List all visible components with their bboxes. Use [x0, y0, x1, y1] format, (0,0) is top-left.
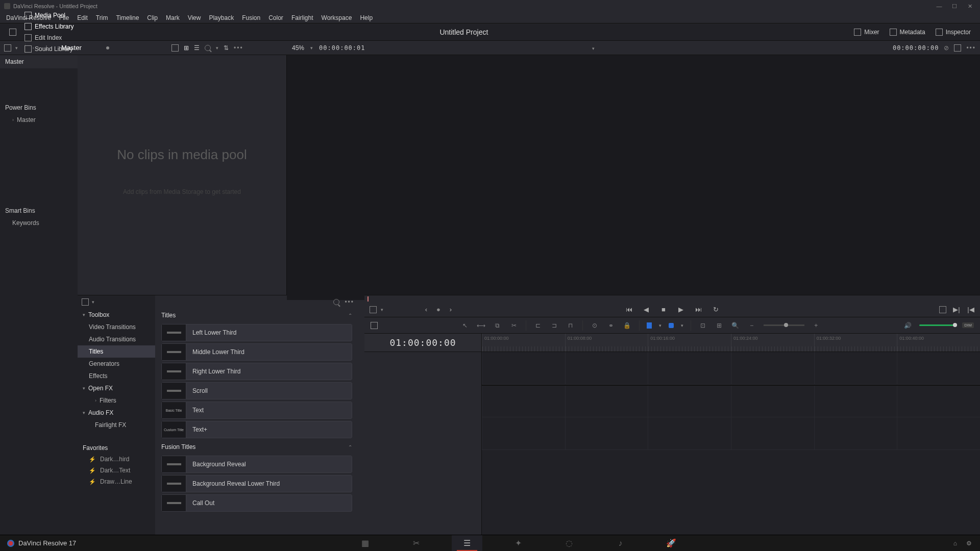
thumbnail-view-button[interactable]	[172, 44, 179, 52]
stop-button[interactable]: ■	[659, 306, 668, 314]
ruler-segment[interactable]: 01:00:16:00	[648, 334, 731, 352]
dynamic-trim-tool[interactable]: ⧉	[493, 321, 502, 330]
page-tab-fairlight[interactable]: ♪	[605, 535, 635, 551]
go-out-button[interactable]: |◀	[967, 306, 975, 314]
audiofx-header[interactable]: ▾Audio FX	[78, 407, 155, 419]
options-menu-button[interactable]: •••	[234, 44, 243, 52]
dim-button[interactable]: DIM	[962, 322, 974, 328]
panel-toggle-icon[interactable]	[82, 298, 89, 306]
chevron-down-icon[interactable]: ▾	[681, 323, 683, 328]
chevron-down-icon[interactable]: ▾	[381, 307, 383, 312]
close-button[interactable]: ✕	[967, 3, 973, 9]
viewer-zoom[interactable]: 45%	[292, 44, 304, 52]
ruler-segment[interactable]: 01:00:32:00	[814, 334, 897, 352]
zoom-out-button[interactable]: −	[747, 321, 756, 330]
timeline-timecode[interactable]: 01:00:00:00	[364, 334, 481, 352]
overwrite-clip-button[interactable]: ⊐	[550, 321, 559, 330]
single-viewer-button[interactable]	[954, 44, 961, 52]
viewer-scrubber[interactable]	[364, 295, 980, 302]
bypass-fx-button[interactable]: ⊘	[944, 44, 949, 52]
nav-forward-button[interactable]: ›	[38, 45, 40, 51]
fx-group-header[interactable]: Titles⌃	[155, 309, 358, 322]
smart-bin-item[interactable]: Keywords	[0, 217, 78, 229]
ruler-segment[interactable]: 01:00:24:00	[731, 334, 814, 352]
video-track[interactable]	[482, 352, 980, 385]
favorite-item[interactable]: ⚡Dark…Text	[78, 465, 155, 476]
bin-root[interactable]: Master	[0, 55, 78, 68]
chevron-down-icon[interactable]: ▾	[216, 45, 218, 51]
favorite-item[interactable]: ⚡Dark…hird	[78, 454, 155, 465]
chevron-down-icon[interactable]: ▾	[15, 45, 18, 51]
timeline-view-options[interactable]	[371, 322, 378, 329]
chevron-down-icon[interactable]: ▾	[92, 299, 94, 305]
mute-button[interactable]: 🔊	[903, 321, 912, 330]
play-reverse-button[interactable]: ◀	[642, 306, 650, 314]
go-end-button[interactable]: ⏭	[694, 306, 702, 314]
home-layout-button[interactable]	[5, 27, 20, 38]
title-preset-item[interactable]: Background Reveal	[161, 456, 352, 473]
audio-track[interactable]	[482, 417, 980, 450]
menu-view[interactable]: View	[184, 13, 205, 22]
replace-clip-button[interactable]: ⊓	[566, 321, 575, 330]
fx-category-item[interactable]: Effects	[78, 370, 155, 382]
zoom-in-button[interactable]: +	[812, 321, 821, 330]
menu-mark[interactable]: Mark	[162, 13, 184, 22]
title-preset-item[interactable]: Left Lower Third	[161, 324, 352, 341]
list-view-button[interactable]: ☰	[194, 44, 200, 52]
page-tab-edit[interactable]: ☰	[452, 535, 482, 551]
fx-category-item[interactable]: Video Transitions	[78, 321, 155, 333]
first-frame-button[interactable]: ‹	[422, 306, 430, 314]
fx-category-item[interactable]: Generators	[78, 358, 155, 370]
title-preset-item[interactable]: Middle Lower Third	[161, 343, 352, 361]
media-pool-toggle[interactable]: Media Pool	[20, 10, 78, 21]
menu-color[interactable]: Color	[264, 13, 287, 22]
home-button[interactable]: ⌂	[953, 540, 957, 547]
fx-category-item[interactable]: Titles	[78, 345, 155, 358]
inspector-toggle[interactable]: Inspector	[932, 27, 975, 38]
next-edit-button[interactable]: ▶|	[952, 306, 961, 314]
link-toggle[interactable]: ⚭	[606, 321, 616, 330]
marker-button[interactable]	[669, 323, 674, 328]
panel-toggle-icon[interactable]	[4, 44, 11, 52]
grid-view-button[interactable]: ⊞	[184, 44, 189, 52]
menu-trim[interactable]: Trim	[92, 13, 112, 22]
fx-category-item[interactable]: Fairlight FX	[78, 419, 155, 431]
chevron-down-icon[interactable]: ▾	[310, 45, 313, 51]
selection-tool[interactable]: ↖	[460, 321, 470, 330]
nav-back-button[interactable]: ‹	[33, 45, 34, 51]
title-preset-item[interactable]: Custom TitleText+	[161, 421, 352, 438]
minimize-button[interactable]: —	[936, 3, 942, 9]
audio-track[interactable]	[482, 385, 980, 417]
edit-index-toggle[interactable]: Edit Index	[20, 32, 78, 43]
lock-button[interactable]: 🔒	[623, 321, 632, 330]
page-tab-media[interactable]: ▦	[350, 535, 380, 551]
search-icon[interactable]	[333, 299, 339, 305]
chevron-down-icon[interactable]: ▾	[659, 323, 662, 328]
title-preset-item[interactable]: Background Reveal Lower Third	[161, 475, 352, 492]
fx-category-item[interactable]: Audio Transitions	[78, 333, 155, 345]
title-preset-item[interactable]: Scroll	[161, 382, 352, 399]
snapping-toggle[interactable]: ⊙	[590, 321, 599, 330]
custom-zoom-button[interactable]: 🔍	[731, 321, 740, 330]
viewer-options-button[interactable]: •••	[966, 44, 976, 52]
power-bin-item[interactable]: ›Master	[0, 114, 78, 126]
flag-button[interactable]	[647, 322, 652, 329]
toolbox-header[interactable]: ▾Toolbox	[78, 309, 155, 321]
ruler-segment[interactable]: 01:00:40:00	[897, 334, 980, 352]
title-preset-item[interactable]: Right Lower Third	[161, 363, 352, 380]
menu-workspace[interactable]: Workspace	[317, 13, 356, 22]
ruler-segment[interactable]: 01:00:08:00	[565, 334, 648, 352]
timeline-ruler[interactable]: 01:00:00:0001:00:08:0001:00:16:0001:00:2…	[482, 334, 980, 352]
project-settings-button[interactable]: ⚙	[966, 540, 972, 547]
play-button[interactable]: ▶	[677, 306, 685, 314]
openfx-header[interactable]: ▾Open FX	[78, 382, 155, 394]
title-preset-item[interactable]: Basic TitleText	[161, 402, 352, 419]
timeline-viewer[interactable]	[287, 55, 980, 300]
insert-clip-button[interactable]: ⊏	[533, 321, 543, 330]
search-icon[interactable]	[205, 45, 211, 51]
timeline-tracks[interactable]	[482, 352, 980, 535]
ruler-segment[interactable]: 01:00:00:00	[482, 334, 565, 352]
next-frame-button[interactable]: ›	[447, 306, 455, 314]
sort-icon[interactable]: ⇅	[224, 44, 229, 52]
detail-zoom-button[interactable]: ⊞	[715, 321, 724, 330]
